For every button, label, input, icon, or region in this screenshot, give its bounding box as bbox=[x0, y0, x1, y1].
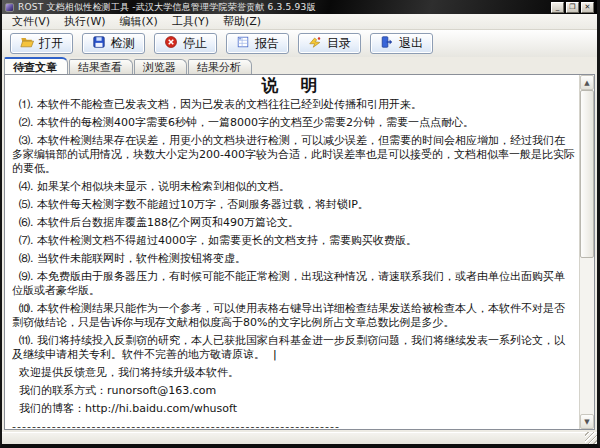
paragraph-5: ⑸. 本软件每天检测字数不能超过10万字，否则服务器过载，将封锁IP。 bbox=[12, 198, 575, 212]
window-title: ROST 文档相似性检测工具 -武汉大学信息管理学院荣誉贡献 6.3.5.93版 bbox=[18, 1, 547, 14]
paragraph-8: ⑻. 当软件未能联网时，软件检测按钮将变虚。 bbox=[12, 252, 575, 266]
exit-icon bbox=[380, 35, 394, 52]
title-bar: ROST 文档相似性检测工具 -武汉大学信息管理学院荣誉贡献 6.3.5.93版… bbox=[2, 0, 597, 14]
exit-button[interactable]: 退出 bbox=[370, 33, 433, 54]
paragraph-feedback: 欢迎提供反馈意见，我们将持续升级本软件。 bbox=[12, 366, 575, 380]
scrollbar-thumb[interactable] bbox=[580, 90, 594, 258]
tab-result-analysis[interactable]: 结果分析 bbox=[188, 59, 252, 74]
scroll-down-icon[interactable]: ▼ bbox=[580, 414, 594, 429]
open-button[interactable]: 打开 bbox=[10, 33, 73, 54]
catalog-button-label: 目录 bbox=[327, 35, 351, 52]
paragraph-4: ⑷. 如果某个相似块未显示，说明未检索到相似的文档。 bbox=[12, 180, 575, 194]
menu-run[interactable]: 执行(W) bbox=[58, 13, 111, 30]
paragraph-2: ⑵. 本软件的每检测400字需要6秒钟，一篇8000字的文档至少需要2分钟，需要… bbox=[12, 116, 575, 130]
app-icon bbox=[5, 3, 14, 12]
tab-pending-articles[interactable]: 待查文章 bbox=[4, 57, 68, 74]
paragraph-9: ⑼. 本免费版由于服务器压力，有时候可能不能正常检测，出现这种情况，请速联系我们… bbox=[12, 270, 575, 298]
report-button-label: 报告 bbox=[255, 35, 279, 52]
detect-floppy-icon bbox=[92, 35, 106, 52]
content-area: 说 明 ⑴. 本软件不能检查已发表文档，因为已发表的文档往往已经到处传播和引用开… bbox=[2, 74, 597, 432]
report-button[interactable]: 报告 bbox=[226, 33, 289, 54]
tab-strip: 待查文章 结果查看 浏览器 结果分析 bbox=[2, 57, 597, 74]
document-text[interactable]: 说 明 ⑴. 本软件不能检查已发表文档，因为已发表的文档往往已经到处传播和引用开… bbox=[5, 75, 579, 429]
menu-bar: 文件(V) 执行(W) 编辑(X) 工具(Y) 帮助(Z) bbox=[2, 14, 597, 30]
minimize-button[interactable]: _ bbox=[551, 2, 564, 13]
open-folder-icon bbox=[20, 35, 34, 52]
scrollbar-track[interactable] bbox=[580, 90, 594, 414]
document-textbox[interactable]: 说 明 ⑴. 本软件不能检查已发表文档，因为已发表的文档往往已经到处传播和引用开… bbox=[4, 74, 595, 430]
paragraph-1: ⑴. 本软件不能检查已发表文档，因为已发表的文档往往已经到处传播和引用开来。 bbox=[12, 98, 575, 112]
catalog-icon bbox=[308, 35, 322, 52]
status-bar bbox=[2, 432, 597, 444]
stop-button[interactable]: 停止 bbox=[154, 33, 217, 54]
menu-help[interactable]: 帮助(Z) bbox=[217, 13, 267, 30]
open-button-label: 打开 bbox=[39, 35, 63, 52]
tab-result-view[interactable]: 结果查看 bbox=[69, 59, 133, 74]
scroll-up-icon[interactable]: ▲ bbox=[580, 75, 594, 90]
paragraph-11-text: ⑾. 我们将持续投入反剽窃的研究，本人已获批国家自科基金进一步反剽窃问题，我们将… bbox=[12, 334, 565, 361]
detect-button[interactable]: 检测 bbox=[82, 33, 145, 54]
tab-browser[interactable]: 浏览器 bbox=[134, 59, 187, 74]
report-grid-icon bbox=[236, 35, 250, 52]
paragraph-blog: 我们的博客：http://hi.baidu.com/whusoft bbox=[12, 402, 575, 416]
menu-edit[interactable]: 编辑(X) bbox=[114, 13, 164, 30]
catalog-button[interactable]: 目录 bbox=[298, 33, 361, 54]
divider-dashes: ----------------------------------------… bbox=[12, 420, 575, 429]
stop-icon bbox=[164, 35, 178, 52]
toolbar: 打开 检测 停止 报告 目录 退出 bbox=[2, 30, 597, 57]
paragraph-3: ⑶. 本软件检测结果存在误差，用更小的文档块进行检测，可以减少误差，但需要的时间… bbox=[12, 134, 575, 176]
detect-button-label: 检测 bbox=[111, 35, 135, 52]
exit-button-label: 退出 bbox=[399, 35, 423, 52]
stop-button-label: 停止 bbox=[183, 35, 207, 52]
app-window: ROST 文档相似性检测工具 -武汉大学信息管理学院荣誉贡献 6.3.5.93版… bbox=[0, 0, 600, 448]
text-cursor: | bbox=[266, 348, 267, 362]
paragraph-7: ⑺. 本软件检测文档不得超过4000字，如需要更长的文档支持，需要购买收费版。 bbox=[12, 234, 575, 248]
paragraph-11: ⑾. 我们将持续投入反剽窃的研究，本人已获批国家自科基金进一步反剽窃问题，我们将… bbox=[12, 334, 575, 362]
paragraph-10: ⑽. 本软件检测结果只能作为一个参考，可以使用表格右键导出详细检查结果发送给被检… bbox=[12, 302, 575, 330]
window-controls: _ ❐ ✕ bbox=[551, 2, 594, 13]
document-heading: 说 明 bbox=[12, 78, 575, 92]
menu-tools[interactable]: 工具(Y) bbox=[166, 13, 215, 30]
paragraph-6: ⑹. 本软件后台数据库覆盖188亿个网页和490万篇论文。 bbox=[12, 216, 575, 230]
resize-grip[interactable] bbox=[585, 432, 597, 444]
close-button[interactable]: ✕ bbox=[581, 2, 594, 13]
menu-file[interactable]: 文件(V) bbox=[6, 13, 56, 30]
vertical-scrollbar[interactable]: ▲ ▼ bbox=[579, 75, 594, 429]
paragraph-contact: 我们的联系方式：runorsoft@163.com bbox=[12, 384, 575, 398]
maximize-button[interactable]: ❐ bbox=[566, 2, 579, 13]
